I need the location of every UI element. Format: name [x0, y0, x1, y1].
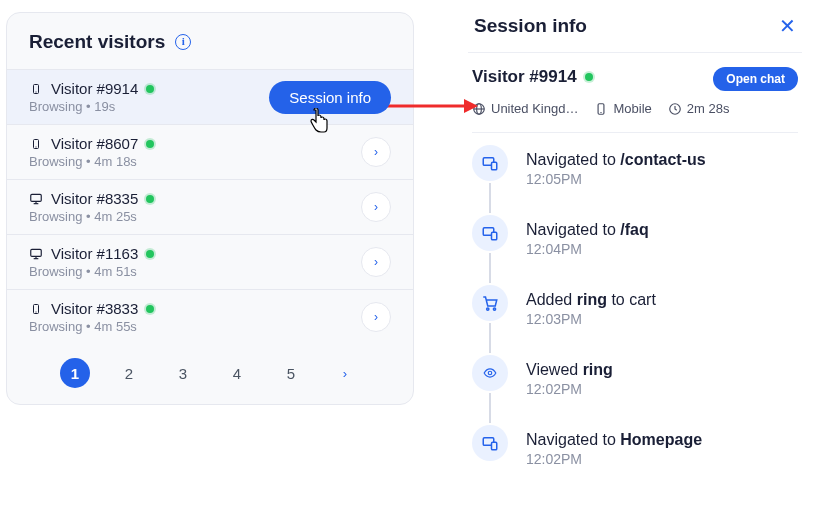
visitor-row[interactable]: Visitor #9914Browsing • 19sSession info	[7, 69, 413, 124]
desktop-icon	[29, 247, 43, 261]
status-dot	[146, 195, 154, 203]
visitor-main: Visitor #3833Browsing • 4m 55s	[29, 300, 154, 334]
timeline-time: 12:02PM	[526, 451, 702, 467]
visitor-row[interactable]: Visitor #1163Browsing • 4m 51s›	[7, 234, 413, 289]
svg-rect-4	[31, 194, 42, 201]
page-1[interactable]: 1	[60, 358, 90, 388]
visitor-list: Visitor #9914Browsing • 19sSession infoV…	[7, 69, 413, 344]
divider	[468, 52, 802, 53]
visitor-hero: Visitor #9914 Open chat	[468, 67, 802, 91]
visitor-subtext: Browsing • 4m 25s	[29, 209, 154, 224]
mobile-icon	[29, 81, 43, 97]
open-chat-button[interactable]: Open chat	[713, 67, 798, 91]
close-icon[interactable]: ✕	[779, 14, 796, 38]
info-icon[interactable]: i	[175, 34, 191, 50]
status-dot	[146, 250, 154, 258]
expand-visitor-button[interactable]: ›	[361, 302, 391, 332]
timeline-title: Navigated to /faq	[526, 221, 649, 239]
timeline-icon-wrap	[472, 145, 508, 215]
meta-duration-text: 2m 28s	[687, 101, 730, 116]
svg-rect-23	[492, 232, 497, 240]
session-meta: United Kingd… Mobile 2m 28s	[468, 91, 802, 116]
mobile-icon	[594, 102, 608, 116]
timeline-connector	[489, 253, 491, 283]
meta-device: Mobile	[594, 101, 651, 116]
svg-rect-7	[31, 249, 42, 256]
timeline-body: Navigated to /contact-us12:05PM	[526, 145, 706, 187]
timeline-title: Navigated to /contact-us	[526, 151, 706, 169]
page-5[interactable]: 5	[276, 358, 306, 388]
timeline-item: Navigated to Homepage12:02PM	[472, 425, 798, 467]
timeline-time: 12:05PM	[526, 171, 706, 187]
timeline-time: 12:03PM	[526, 311, 656, 327]
nav-icon	[472, 145, 508, 181]
globe-icon	[472, 102, 486, 116]
session-info-button[interactable]: Session info	[269, 81, 391, 114]
nav-icon	[472, 425, 508, 461]
visitor-name: Visitor #8335	[51, 190, 138, 207]
svg-point-24	[487, 308, 489, 310]
svg-rect-21	[492, 162, 497, 170]
visitor-main: Visitor #9914Browsing • 19s	[29, 80, 154, 114]
visitor-name-text: Visitor #9914	[472, 67, 577, 87]
timeline-item: Viewed ring12:02PM	[472, 355, 798, 425]
meta-device-text: Mobile	[613, 101, 651, 116]
cart-icon	[472, 285, 508, 321]
timeline-time: 12:02PM	[526, 381, 613, 397]
status-dot	[146, 85, 154, 93]
status-dot	[146, 305, 154, 313]
visitor-row[interactable]: Visitor #8607Browsing • 4m 18s›	[7, 124, 413, 179]
timeline-icon-wrap	[472, 285, 508, 355]
visitor-title: Visitor #8335	[29, 190, 154, 207]
visitors-card: Recent visitors i Visitor #9914Browsing …	[6, 12, 414, 405]
visitor-row[interactable]: Visitor #3833Browsing • 4m 55s›	[7, 289, 413, 344]
visitor-subtext: Browsing • 19s	[29, 99, 154, 114]
visitor-row[interactable]: Visitor #8335Browsing • 4m 25s›	[7, 179, 413, 234]
page-3[interactable]: 3	[168, 358, 198, 388]
timeline-item: Navigated to /faq12:04PM	[472, 215, 798, 285]
timeline-icon-wrap	[472, 425, 508, 461]
expand-visitor-button[interactable]: ›	[361, 137, 391, 167]
expand-visitor-button[interactable]: ›	[361, 192, 391, 222]
visitor-title: Visitor #1163	[29, 245, 154, 262]
timeline-item: Added ring to cart12:03PM	[472, 285, 798, 355]
status-dot	[585, 73, 593, 81]
page-4[interactable]: 4	[222, 358, 252, 388]
page-2[interactable]: 2	[114, 358, 144, 388]
timeline-icon-wrap	[472, 355, 508, 425]
timeline-connector	[489, 393, 491, 423]
visitor-name: Visitor #1163	[51, 245, 138, 262]
expand-visitor-button[interactable]: ›	[361, 247, 391, 277]
visitor-subtext: Browsing • 4m 51s	[29, 264, 154, 279]
mobile-icon	[29, 136, 43, 152]
visitor-title: Visitor #3833	[29, 300, 154, 317]
pagination: 12345 ›	[7, 344, 413, 392]
visitor-main: Visitor #1163Browsing • 4m 51s	[29, 245, 154, 279]
svg-point-25	[493, 308, 495, 310]
visitor-name: Visitor #3833	[51, 300, 138, 317]
timeline-item: Navigated to /contact-us12:05PM	[472, 145, 798, 215]
visitor-main: Visitor #8607Browsing • 4m 18s	[29, 135, 154, 169]
recent-visitors-panel: Recent visitors i Visitor #9914Browsing …	[0, 0, 420, 522]
visitor-title: Visitor #9914	[29, 80, 154, 97]
divider	[472, 132, 798, 133]
visitor-subtext: Browsing • 4m 55s	[29, 319, 154, 334]
meta-location: United Kingd…	[472, 101, 578, 116]
timeline-body: Added ring to cart12:03PM	[526, 285, 656, 327]
mobile-icon	[29, 301, 43, 317]
timeline-body: Navigated to /faq12:04PM	[526, 215, 649, 257]
meta-duration: 2m 28s	[668, 101, 730, 116]
session-info-header: Session info ✕	[468, 14, 802, 38]
clock-icon	[668, 102, 682, 116]
visitor-name: Visitor #8607	[51, 135, 138, 152]
pagination-next[interactable]: ›	[330, 358, 360, 388]
nav-icon	[472, 215, 508, 251]
timeline-title: Viewed ring	[526, 361, 613, 379]
meta-location-text: United Kingd…	[491, 101, 578, 116]
session-info-panel: Session info ✕ Visitor #9914 Open chat U…	[460, 0, 810, 522]
timeline-body: Viewed ring12:02PM	[526, 355, 613, 397]
timeline-connector	[489, 183, 491, 213]
visitor-hero-name: Visitor #9914	[472, 67, 593, 87]
session-info-title: Session info	[474, 15, 587, 37]
timeline-connector	[489, 323, 491, 353]
